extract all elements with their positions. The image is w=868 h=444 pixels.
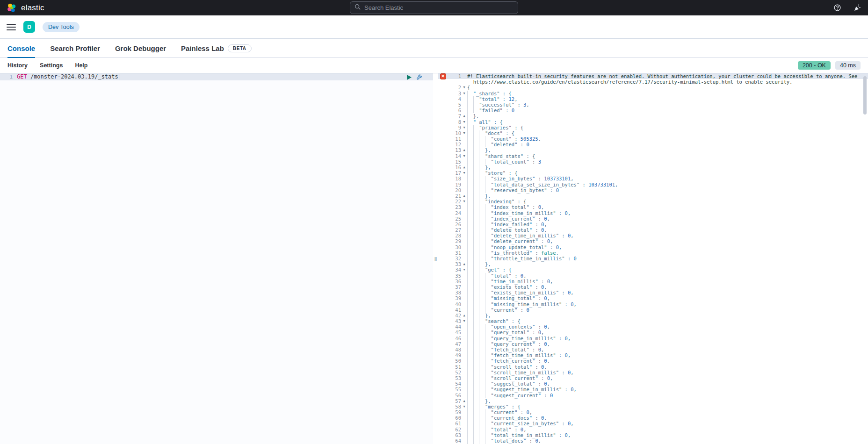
tab-search-profiler[interactable]: Search Profiler <box>50 39 100 57</box>
fold-spacer <box>461 73 467 79</box>
tab-grok-debugger[interactable]: Grok Debugger <box>115 39 166 57</box>
fold-toggle-icon[interactable]: ▲ <box>461 113 467 119</box>
request-line[interactable]: 1 GET /monster-2024.03.19/_stats <box>0 73 433 80</box>
response-scrollbar[interactable] <box>863 76 867 115</box>
response-line: 63"total_time_in_millis" : 0, <box>438 432 868 438</box>
fold-toggle-icon[interactable]: ▼ <box>461 170 467 176</box>
response-line: 15"total_count" : 3 <box>438 159 868 165</box>
line-number: 14 <box>448 153 461 159</box>
fold-toggle-icon[interactable]: ▲ <box>461 261 467 267</box>
fold-toggle-icon[interactable]: ▲ <box>461 313 467 318</box>
fold-toggle-icon[interactable]: ▲ <box>461 147 467 153</box>
response-line: 52"scroll_time_in_millis" : 0, <box>438 370 868 375</box>
response-line: 9▼"primaries" : { <box>438 125 868 130</box>
line-number: 57 <box>448 398 461 404</box>
line-number: 35 <box>448 273 461 279</box>
line-number: 7 <box>448 113 461 119</box>
fold-spacer <box>461 347 467 352</box>
line-number: 33 <box>448 261 461 267</box>
response-line: 64"total_docs" : 0, <box>438 438 868 444</box>
fold-spacer <box>461 222 467 227</box>
fold-spacer <box>461 204 467 210</box>
response-line: 22▼"indexing" : { <box>438 199 868 204</box>
fold-toggle-icon[interactable]: ▼ <box>461 404 467 409</box>
tab-painless-lab[interactable]: Painless LabBETA <box>181 39 252 57</box>
fold-spacer <box>461 273 467 279</box>
elastic-logo[interactable]: elastic <box>7 3 44 13</box>
fold-toggle-icon[interactable]: ▼ <box>461 125 467 130</box>
response-line: 35"total" : 0, <box>438 273 868 279</box>
editor-line-number: 1 <box>0 73 17 80</box>
line-number: 11 <box>448 136 461 142</box>
fold-toggle-icon[interactable]: ▲ <box>461 165 467 170</box>
line-number: 3 <box>448 91 461 96</box>
fold-spacer <box>461 96 467 102</box>
response-line: 38"exists_time_in_millis" : 0, <box>438 290 868 295</box>
line-number: 19 <box>448 182 461 187</box>
response-line: 37"exists_total" : 0, <box>438 284 868 290</box>
response-line: 4"total" : 12, <box>438 96 868 102</box>
menu-icon[interactable] <box>7 24 16 30</box>
response-time-badge: 40 ms <box>835 61 861 70</box>
fold-toggle-icon[interactable]: ▼ <box>461 267 467 272</box>
fold-toggle-icon[interactable]: ▼ <box>461 130 467 136</box>
fold-spacer <box>461 210 467 216</box>
fold-toggle-icon[interactable]: ▼ <box>461 199 467 204</box>
line-number: 9 <box>448 125 461 130</box>
line-number: 13 <box>448 147 461 153</box>
menu-help[interactable]: Help <box>75 62 87 69</box>
response-line: 58▼"merges" : { <box>438 404 868 409</box>
fold-toggle-icon[interactable]: ▼ <box>461 119 467 125</box>
line-number: 20 <box>448 187 461 193</box>
fold-spacer <box>461 415 467 421</box>
response-line: 55"suggest_time_in_millis" : 0, <box>438 387 868 392</box>
menu-settings[interactable]: Settings <box>40 62 63 69</box>
fold-toggle-icon[interactable]: ▼ <box>461 91 467 96</box>
global-search[interactable] <box>350 1 518 14</box>
response-line: 2▼{ <box>438 85 868 90</box>
line-number: 42 <box>448 313 461 318</box>
send-request-button[interactable] <box>406 74 412 80</box>
line-number: 22 <box>448 199 461 204</box>
fold-spacer <box>461 227 467 233</box>
fold-toggle-icon[interactable]: ▼ <box>461 85 467 90</box>
response-line: 61"current_size_in_bytes" : 0, <box>438 421 868 426</box>
tab-console[interactable]: Console <box>7 39 35 57</box>
fold-toggle-icon[interactable]: ▼ <box>461 153 467 159</box>
brand-text: elastic <box>21 3 44 13</box>
breadcrumb[interactable]: Dev Tools <box>43 22 80 32</box>
search-input[interactable] <box>364 4 514 11</box>
wrench-icon[interactable] <box>416 74 423 80</box>
response-line: 10▼"docs" : { <box>438 130 868 136</box>
response-line: 30"noop_update_total" : 0, <box>438 244 868 250</box>
response-line: ✕1#! Elasticsearch built-in security fea… <box>438 73 868 79</box>
response-line: 59"current" : 0, <box>438 409 868 415</box>
app-header: elastic <box>0 0 868 15</box>
help-icon[interactable] <box>833 4 841 12</box>
newsfeed-icon[interactable] <box>854 4 861 12</box>
fold-toggle-icon[interactable]: ▲ <box>461 398 467 404</box>
fold-spacer <box>461 432 467 438</box>
line-number: 59 <box>448 409 461 415</box>
fold-spacer <box>461 79 467 85</box>
response-line: 53"scroll_current" : 0, <box>438 375 868 381</box>
menu-history[interactable]: History <box>7 62 28 69</box>
tab-label: Grok Debugger <box>115 44 166 52</box>
space-avatar[interactable]: D <box>23 21 35 33</box>
line-number: 51 <box>448 364 461 370</box>
line-number: 28 <box>448 233 461 238</box>
fold-spacer <box>461 370 467 375</box>
line-number: 4 <box>448 96 461 102</box>
fold-spacer <box>461 136 467 142</box>
panel-resize-handle[interactable]: ‖ <box>433 73 438 444</box>
response-panel[interactable]: ✕1#! Elasticsearch built-in security fea… <box>438 73 868 444</box>
line-number: 24 <box>448 210 461 216</box>
fold-spacer <box>461 336 467 341</box>
fold-spacer <box>461 427 467 432</box>
fold-toggle-icon[interactable]: ▲ <box>461 193 467 199</box>
response-line: 43▼"search" : { <box>438 318 868 324</box>
line-number: 26 <box>448 222 461 227</box>
request-editor[interactable]: 1 GET /monster-2024.03.19/_stats <box>0 73 433 444</box>
line-number: 34 <box>448 267 461 272</box>
fold-toggle-icon[interactable]: ▼ <box>461 318 467 324</box>
